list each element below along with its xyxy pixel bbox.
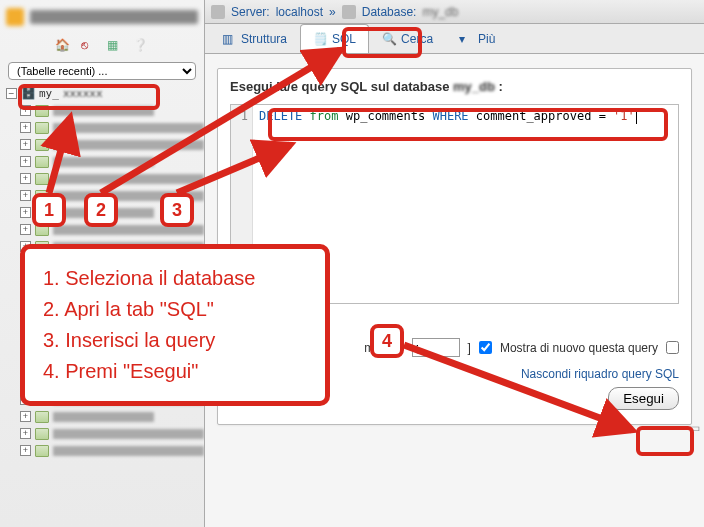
table-name-blur — [53, 259, 154, 269]
expand-icon[interactable]: + — [20, 343, 31, 354]
table-icon — [35, 326, 49, 338]
table-row[interactable]: + — [20, 187, 204, 204]
sql-code[interactable]: DELETE from wp_comments WHERE comment_ap… — [253, 105, 678, 303]
table-name-blur — [53, 327, 204, 337]
table-name-blur — [53, 293, 204, 303]
table-row[interactable]: + — [20, 425, 204, 442]
sql-editor[interactable]: 1 DELETE from wp_comments WHERE comment_… — [230, 104, 679, 304]
table-icon — [35, 377, 49, 389]
table-icon — [35, 394, 49, 406]
expand-icon[interactable]: + — [20, 258, 31, 269]
search-icon: 🔍 — [382, 32, 396, 46]
database-icon: 🗄️ — [21, 86, 35, 100]
table-row[interactable]: + — [20, 255, 204, 272]
expand-icon[interactable]: + — [20, 377, 31, 388]
delimiter-input[interactable] — [412, 338, 460, 357]
execute-button[interactable]: Esegui — [608, 387, 679, 410]
table-row[interactable]: + — [20, 323, 204, 340]
expand-icon[interactable]: + — [20, 445, 31, 456]
expand-icon[interactable]: + — [20, 292, 31, 303]
expand-icon[interactable]: + — [20, 241, 31, 252]
query-icon[interactable]: ▦ — [107, 38, 123, 54]
expand-icon[interactable]: + — [20, 105, 31, 116]
database-icon-bc — [342, 5, 356, 19]
table-row[interactable]: + — [20, 204, 204, 221]
show-again-checkbox[interactable] — [479, 341, 492, 354]
table-row[interactable]: + — [20, 391, 204, 408]
expand-icon[interactable]: + — [20, 207, 31, 218]
table-row[interactable]: + — [20, 408, 204, 425]
delim-label: mitatori — [364, 341, 403, 355]
table-row[interactable]: + — [20, 357, 204, 374]
settings-icon[interactable]: ▭ — [689, 421, 700, 435]
logout-icon[interactable]: ⎋ — [81, 38, 97, 54]
tab-sql[interactable]: 🗒️ SQL — [300, 24, 369, 53]
table-row[interactable]: + — [20, 136, 204, 153]
table-row[interactable]: + — [20, 102, 204, 119]
expand-icon[interactable]: + — [20, 394, 31, 405]
help-icon[interactable]: ❔ — [133, 38, 149, 54]
bc-server-link[interactable]: localhost — [276, 5, 323, 19]
sql-icon: 🗒️ — [313, 32, 327, 46]
home-icon[interactable]: 🏠 — [55, 38, 71, 54]
bc-sep: » — [329, 5, 336, 19]
table-name-blur — [53, 310, 154, 320]
table-name-blur — [53, 140, 204, 150]
structure-icon: ▥ — [222, 32, 236, 46]
table-row[interactable]: + — [20, 306, 204, 323]
tab-more-label: Più — [478, 32, 495, 46]
table-row[interactable]: + — [20, 170, 204, 187]
table-row[interactable]: + — [20, 374, 204, 391]
app-logo — [6, 6, 198, 28]
table-icon — [35, 445, 49, 457]
expand-icon[interactable]: + — [20, 122, 31, 133]
table-row[interactable]: + — [20, 272, 204, 289]
db-tree: − 🗄️ my_ xxxxxx +++++++++++++++++++++ — [0, 84, 204, 459]
tab-structure[interactable]: ▥ Struttura — [209, 24, 300, 53]
expand-icon[interactable]: + — [20, 360, 31, 371]
sidebar-toolbar: 🏠 ⎋ ▦ ❔ — [0, 34, 204, 58]
table-name-blur — [53, 412, 154, 422]
bc-db-label: Database: — [362, 5, 417, 19]
db-name-prefix: my_ — [39, 87, 59, 100]
tab-more[interactable]: ▾ Più — [446, 24, 508, 53]
expand-icon[interactable]: + — [20, 156, 31, 167]
hide-sql-box-link[interactable]: Nascondi riquadro query SQL — [521, 367, 679, 381]
table-name-blur — [53, 174, 204, 184]
table-row[interactable]: + — [20, 153, 204, 170]
expand-icon[interactable]: + — [20, 309, 31, 320]
tab-search[interactable]: 🔍 Cerca — [369, 24, 446, 53]
expand-icon[interactable]: + — [20, 275, 31, 286]
table-row[interactable]: + — [20, 340, 204, 357]
expand-icon[interactable]: + — [20, 326, 31, 337]
table-icon — [35, 258, 49, 270]
server-icon — [211, 5, 225, 19]
bc-db-value[interactable]: my_db — [422, 5, 458, 19]
panel-controls: mitatori ] Mostra di nuovo questa query — [230, 338, 679, 357]
collapse-icon[interactable]: − — [6, 88, 17, 99]
tab-structure-label: Struttura — [241, 32, 287, 46]
recent-tables-select[interactable]: (Tabelle recenti) ... — [8, 62, 196, 80]
table-name-blur — [53, 378, 204, 388]
table-row[interactable]: + — [20, 119, 204, 136]
expand-icon[interactable]: + — [20, 139, 31, 150]
db-root-node[interactable]: − 🗄️ my_ xxxxxx — [0, 84, 204, 102]
table-row[interactable]: + — [20, 238, 204, 255]
table-row[interactable]: + — [20, 221, 204, 238]
table-name-blur — [53, 395, 204, 405]
table-icon — [35, 139, 49, 151]
db-name-blur: xxxxxx — [63, 87, 103, 100]
expand-icon[interactable]: + — [20, 190, 31, 201]
table-icon — [35, 207, 49, 219]
expand-icon[interactable]: + — [20, 173, 31, 184]
extra-checkbox[interactable] — [666, 341, 679, 354]
main-area: Server: localhost » Database: my_db ▥ St… — [205, 0, 704, 527]
expand-icon[interactable]: + — [20, 411, 31, 422]
table-row[interactable]: + — [20, 289, 204, 306]
table-row[interactable]: + — [20, 442, 204, 459]
table-name-blur — [53, 123, 204, 133]
expand-icon[interactable]: + — [20, 428, 31, 439]
expand-icon[interactable]: + — [20, 224, 31, 235]
table-name-blur — [53, 446, 204, 456]
table-name-blur — [53, 344, 204, 354]
